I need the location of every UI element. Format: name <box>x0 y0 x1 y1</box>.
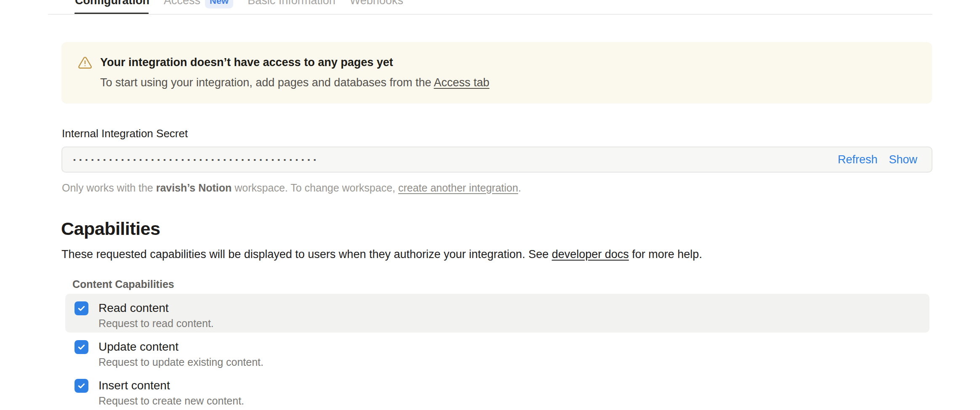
update-content-checkbox[interactable] <box>75 340 88 354</box>
capabilities-description-prefix: These requested capabilities will be dis… <box>61 248 552 261</box>
warning-triangle-icon <box>78 56 92 70</box>
secret-input[interactable]: ▪▪▪▪▪▪▪▪▪▪▪▪▪▪▪▪▪▪▪▪▪▪▪▪▪▪▪▪▪▪▪▪▪▪▪▪▪▪▪▪… <box>61 146 932 173</box>
tab-basic-information[interactable]: Basic Information <box>248 0 336 6</box>
show-secret-button[interactable]: Show <box>889 153 917 166</box>
content-capabilities-label: Content Capabilities <box>72 278 174 290</box>
secret-helper-text: Only works with the ravish’s Notion work… <box>62 181 521 194</box>
tab-bar-divider <box>48 14 932 15</box>
tab-access-label: Access <box>164 0 200 6</box>
read-content-checkbox[interactable] <box>75 301 88 315</box>
tab-webhooks[interactable]: Webhooks <box>350 0 403 6</box>
developer-docs-link[interactable]: developer docs <box>552 248 629 261</box>
checkmark-icon <box>77 381 86 390</box>
capability-description: Request to create new content. <box>99 394 244 407</box>
tab-webhooks-label: Webhooks <box>350 0 403 6</box>
capabilities-heading: Capabilities <box>61 218 160 239</box>
capability-text: Update content Request to update existin… <box>99 339 264 369</box>
refresh-secret-button[interactable]: Refresh <box>838 153 878 166</box>
capabilities-description: These requested capabilities will be dis… <box>61 248 702 261</box>
tab-configuration-label: Configuration <box>75 0 149 6</box>
capability-text: Read content Request to read content. <box>99 300 214 330</box>
checkmark-icon <box>77 304 86 313</box>
banner-title: Your integration doesn’t have access to … <box>100 56 393 69</box>
capability-title: Insert content <box>99 378 244 394</box>
workspace-name: ravish’s Notion <box>156 182 232 194</box>
checkmark-icon <box>77 343 86 351</box>
create-another-integration-link[interactable]: create another integration <box>398 182 518 194</box>
capability-row-update-content[interactable]: Update content Request to update existin… <box>65 333 929 371</box>
capability-title: Read content <box>99 300 214 316</box>
tab-basic-information-label: Basic Information <box>248 0 336 6</box>
banner-description: To start using your integration, add pag… <box>100 76 490 90</box>
tab-configuration[interactable]: Configuration <box>75 0 149 6</box>
helper-prefix: Only works with the <box>62 182 156 194</box>
helper-middle: workspace. To change workspace, <box>232 182 398 194</box>
capability-description: Request to update existing content. <box>99 356 264 369</box>
capability-title: Update content <box>99 339 264 355</box>
capability-row-read-content[interactable]: Read content Request to read content. <box>65 294 929 333</box>
secret-masked-value: ▪▪▪▪▪▪▪▪▪▪▪▪▪▪▪▪▪▪▪▪▪▪▪▪▪▪▪▪▪▪▪▪▪▪▪▪▪▪▪▪… <box>73 157 838 163</box>
capability-text: Insert content Request to create new con… <box>99 378 244 407</box>
new-badge: New <box>205 0 233 8</box>
tab-bar: Configuration Access New Basic Informati… <box>75 0 403 8</box>
access-tab-link[interactable]: Access tab <box>434 76 490 89</box>
capabilities-description-suffix: for more help. <box>629 248 702 261</box>
capability-description: Request to read content. <box>99 317 214 330</box>
tab-access[interactable]: Access New <box>164 0 233 8</box>
capabilities-list: Read content Request to read content. Up… <box>65 294 929 410</box>
insert-content-checkbox[interactable] <box>75 379 88 393</box>
secret-actions: Refresh Show <box>838 153 917 166</box>
no-access-warning-banner: Your integration doesn’t have access to … <box>61 42 932 104</box>
helper-suffix: . <box>518 182 521 194</box>
integration-settings-page: Configuration Access New Basic Informati… <box>0 0 980 410</box>
banner-description-text: To start using your integration, add pag… <box>100 76 434 89</box>
capability-row-insert-content[interactable]: Insert content Request to create new con… <box>65 371 929 410</box>
secret-field-label: Internal Integration Secret <box>62 127 188 140</box>
